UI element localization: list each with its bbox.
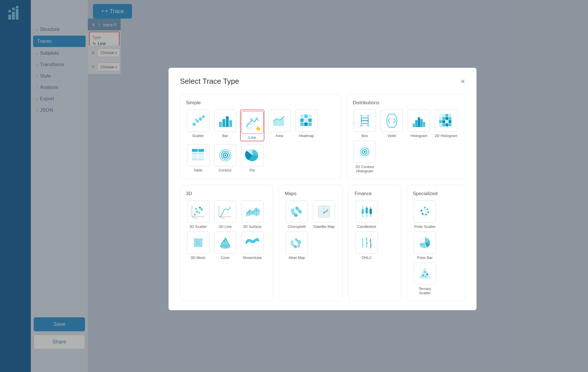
svg-rect-23 bbox=[304, 118, 308, 122]
trace-type-contour[interactable]: Contour bbox=[213, 144, 237, 172]
svg-rect-55 bbox=[445, 114, 448, 117]
trace-type-3d-mesh[interactable]: 3D Mesh bbox=[186, 232, 210, 260]
svg-rect-107 bbox=[362, 209, 364, 214]
trace-type-satellite-map[interactable]: Satellite Map bbox=[312, 201, 336, 229]
svg-rect-60 bbox=[449, 117, 451, 120]
svg-rect-32 bbox=[192, 155, 198, 158]
trace-type-2d-histogram[interactable]: × × × 2D Histogram bbox=[434, 110, 458, 138]
violin-label: Violin bbox=[387, 134, 396, 138]
svg-point-129 bbox=[425, 214, 427, 215]
svg-point-98 bbox=[226, 239, 227, 240]
svg-rect-61 bbox=[439, 120, 442, 123]
finance-section: Finance bbox=[348, 185, 401, 301]
trace-type-atlas-map[interactable]: Atlas Map bbox=[285, 232, 309, 260]
3d-surface-label: 3D Surface bbox=[243, 224, 261, 229]
svg-rect-30 bbox=[192, 152, 198, 155]
trace-type-ohlc[interactable]: OHLC bbox=[354, 232, 379, 260]
area-label: Area bbox=[275, 134, 283, 138]
svg-rect-58 bbox=[442, 117, 445, 120]
distributions-section: Distributions bbox=[347, 94, 465, 179]
finance-types-grid: Candlestick bbox=[354, 201, 395, 260]
svg-rect-59 bbox=[445, 117, 448, 120]
svg-text:×: × bbox=[443, 125, 445, 128]
svg-point-80 bbox=[195, 208, 197, 210]
trace-type-scatter[interactable]: Scatter bbox=[186, 110, 210, 141]
svg-rect-53 bbox=[439, 114, 442, 117]
svg-line-84 bbox=[192, 217, 198, 219]
trace-type-area[interactable]: Area bbox=[267, 110, 291, 141]
trace-type-polar-scatter[interactable]: Polar Scatter bbox=[413, 201, 437, 229]
distributions-types-grid: Box Violin bbox=[353, 110, 459, 173]
trace-type-bar[interactable]: Bar bbox=[213, 110, 237, 141]
finance-section-title: Finance bbox=[354, 191, 395, 197]
scatter-label: Scatter bbox=[192, 134, 204, 138]
svg-rect-12 bbox=[222, 119, 225, 127]
specialized-section: Specialized bbox=[407, 185, 465, 301]
trace-type-3d-surface[interactable]: 3D Surface bbox=[240, 201, 264, 229]
svg-rect-54 bbox=[442, 114, 445, 117]
choropleth-label: Choropleth bbox=[288, 224, 306, 229]
trace-type-2d-contour-histogram[interactable]: 2D Contour Histogram bbox=[353, 141, 377, 173]
svg-point-77 bbox=[196, 210, 198, 213]
trace-type-cone[interactable]: Cone bbox=[213, 232, 237, 260]
trace-type-polar-bar[interactable]: Polar Bar bbox=[413, 232, 437, 260]
streamtube-label: Streamtube bbox=[243, 256, 262, 260]
modal-overlay[interactable]: Select Trace Type × Simple bbox=[0, 0, 588, 372]
trace-type-3d-line[interactable]: 3D Line bbox=[213, 201, 237, 229]
2d-histogram-label: 2D Histogram bbox=[435, 134, 457, 138]
candlestick-label: Candlestick bbox=[357, 224, 376, 229]
3d-section-title: 3D bbox=[186, 191, 267, 197]
trace-type-3d-scatter[interactable]: 3D Scatter bbox=[186, 201, 210, 229]
svg-rect-14 bbox=[229, 120, 232, 127]
heatmap-label: Heatmap bbox=[299, 134, 314, 138]
svg-rect-52 bbox=[423, 122, 425, 127]
trace-type-choropleth[interactable]: Choropleth bbox=[285, 201, 309, 229]
svg-text:×: × bbox=[440, 125, 442, 128]
svg-rect-13 bbox=[226, 116, 229, 127]
trace-type-table[interactable]: Table bbox=[186, 144, 210, 172]
bar-label: Bar bbox=[222, 134, 228, 138]
contour-label: Contour bbox=[218, 168, 232, 172]
svg-point-128 bbox=[427, 211, 429, 213]
trace-type-ternary-scatter[interactable]: Ternary Scatter bbox=[413, 263, 437, 295]
svg-rect-50 bbox=[418, 117, 420, 127]
svg-point-39 bbox=[224, 154, 226, 156]
trace-type-pie[interactable]: Pie bbox=[240, 144, 264, 172]
trace-type-line[interactable]: 🔍 👆 Line bbox=[240, 110, 264, 141]
svg-marker-133 bbox=[419, 268, 431, 278]
trace-type-heatmap[interactable]: Heatmap bbox=[294, 110, 319, 141]
modal-close-button[interactable]: × bbox=[461, 77, 465, 86]
svg-rect-90 bbox=[196, 240, 200, 245]
svg-rect-48 bbox=[413, 124, 415, 127]
svg-text:🔍: 🔍 bbox=[255, 117, 259, 121]
svg-rect-51 bbox=[420, 119, 423, 127]
svg-rect-49 bbox=[415, 120, 417, 127]
svg-point-126 bbox=[424, 207, 426, 209]
distributions-section-title: Distributions bbox=[353, 100, 459, 106]
svg-rect-21 bbox=[308, 115, 312, 118]
trace-type-box[interactable]: Box bbox=[353, 110, 377, 138]
svg-point-81 bbox=[199, 207, 201, 209]
svg-rect-63 bbox=[445, 120, 448, 123]
3d-section: 3D bbox=[180, 185, 273, 301]
svg-rect-22 bbox=[300, 118, 304, 122]
svg-rect-56 bbox=[449, 114, 451, 117]
trace-type-violin[interactable]: Violin bbox=[380, 110, 404, 138]
pie-label: Pie bbox=[250, 168, 255, 172]
2d-contour-histogram-label: 2D Contour Histogram bbox=[353, 165, 377, 173]
histogram-label: Histogram bbox=[411, 134, 427, 138]
trace-type-streamtube[interactable]: Streamtube bbox=[240, 232, 264, 260]
svg-point-16 bbox=[250, 118, 252, 120]
polar-bar-label: Polar Bar bbox=[417, 256, 433, 260]
svg-rect-111 bbox=[370, 209, 372, 214]
svg-rect-29 bbox=[198, 149, 204, 152]
trace-type-modal: Select Trace Type × Simple bbox=[169, 68, 477, 310]
box-label: Box bbox=[362, 134, 368, 138]
svg-rect-24 bbox=[308, 118, 312, 122]
svg-point-9 bbox=[202, 115, 205, 118]
svg-point-96 bbox=[221, 243, 222, 244]
svg-point-136 bbox=[426, 273, 428, 275]
svg-rect-64 bbox=[449, 120, 451, 123]
trace-type-candlestick[interactable]: Candlestick bbox=[354, 201, 379, 229]
trace-type-histogram[interactable]: Histogram bbox=[407, 110, 431, 138]
